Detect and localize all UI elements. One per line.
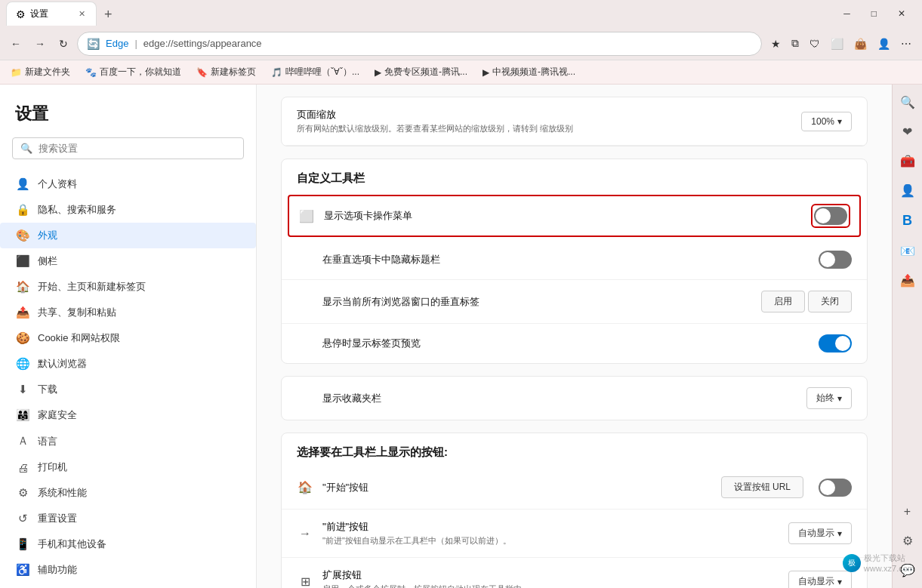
profile-nav-icon: 👤 xyxy=(15,177,30,191)
settings-tab[interactable]: ⚙ 设置 ✕ xyxy=(6,2,97,26)
appearance-nav-icon: 🎨 xyxy=(15,229,30,242)
tab-actions-icon: ⬜ xyxy=(298,209,315,223)
refresh-button[interactable]: ↻ xyxy=(54,33,72,54)
sidebar-item-start[interactable]: 🏠 开始、主页和新建标签页 xyxy=(0,274,256,300)
right-search-icon[interactable]: 🔍 xyxy=(896,91,920,114)
enable-button[interactable]: 启用 xyxy=(761,291,805,312)
zoom-link[interactable]: 缩放级别 xyxy=(540,124,573,133)
right-settings-icon[interactable]: ⚙ xyxy=(898,529,917,553)
accessibility-nav-icon: ♿ xyxy=(15,563,30,577)
window-controls: ─ □ ✕ xyxy=(833,0,916,27)
content-inner: 页面缩放 所有网站的默认缩放级别。若要查看某些网站的缩放级别，请转到 缩放级别 … xyxy=(257,85,892,588)
right-bing-icon[interactable]: B xyxy=(898,208,917,233)
fav-item-tencent2[interactable]: ▶ 中视频频道-腾讯视... xyxy=(478,64,580,80)
vertical-tabs-buttons: 启用 关闭 xyxy=(761,291,852,312)
extensions-btn-label: 扩展按钮 xyxy=(322,568,779,582)
tab-icon: ⚙ xyxy=(16,8,26,20)
minimize-button[interactable]: ─ xyxy=(833,0,861,27)
extensions-btn-select[interactable]: 自动显示 ▾ xyxy=(788,571,852,588)
sidebar-item-cookies[interactable]: 🍪 Cookie 和网站权限 xyxy=(0,325,256,351)
new-tab-button[interactable]: + xyxy=(98,4,119,26)
zoom-select[interactable]: 100% ▾ xyxy=(801,112,852,131)
favorites-bar: 📁 新建文件夹 🐾 百度一下，你就知道 🔖 新建标签页 🎵 哔哩哔哩（ˇ∀ˇ）.… xyxy=(0,60,922,85)
privacy-nav-icon: 🔒 xyxy=(15,203,30,217)
sidebar-item-about[interactable]: 🔄 关于 Microsoft Edge xyxy=(0,583,256,588)
search-box[interactable]: 🔍 xyxy=(12,137,244,159)
forward-btn-content: "前进"按钮 "前进"按钮自动显示在工具栏中（如果可以前进）。 xyxy=(322,520,779,546)
fav-bar-value: 始终 xyxy=(816,392,834,405)
bilibili-icon: 🎵 xyxy=(271,67,282,78)
hide-title-toggle[interactable] xyxy=(819,251,852,269)
language-nav-icon: Ａ xyxy=(15,434,30,448)
tencent1-icon: ▶ xyxy=(375,67,381,78)
right-share-icon[interactable]: 📤 xyxy=(896,269,920,292)
close-button-row[interactable]: 关闭 xyxy=(808,291,852,312)
sidebar-item-sidebar[interactable]: ⬛ 侧栏 xyxy=(0,248,256,274)
forward-button[interactable]: → xyxy=(30,33,50,54)
close-button[interactable]: ✕ xyxy=(887,0,916,27)
split-screen-button[interactable]: ⬜ xyxy=(826,33,848,54)
toolbar-buttons-title: 选择要在工具栏上显示的按钮: xyxy=(282,433,867,466)
fav-bar-select[interactable]: 始终 ▾ xyxy=(806,387,852,409)
tab-preview-toggle[interactable] xyxy=(819,334,852,352)
fav-item-newtab[interactable]: 🔖 新建标签页 xyxy=(192,64,261,80)
sidebar-item-profile[interactable]: 👤 个人资料 xyxy=(0,171,256,197)
set-url-button[interactable]: 设置按钮 URL xyxy=(721,476,803,498)
fav-item-folder[interactable]: 📁 新建文件夹 xyxy=(6,64,75,80)
fav-item-bilibili[interactable]: 🎵 哔哩哔哩（ˇ∀ˇ）... xyxy=(267,64,364,80)
sidebar-item-language[interactable]: Ａ 语言 xyxy=(0,428,256,454)
address-separator: | xyxy=(134,38,137,49)
right-tools-icon[interactable]: 🧰 xyxy=(896,149,920,173)
right-add-icon[interactable]: + xyxy=(899,500,915,523)
fav-item-tencent1[interactable]: ▶ 免费专区频道-腾讯... xyxy=(370,64,472,80)
address-brand: Edge xyxy=(106,38,128,49)
sidebar-item-downloads[interactable]: ⬇ 下载 xyxy=(0,377,256,402)
printer-nav-icon: 🖨 xyxy=(15,461,30,474)
main-layout: 设置 🔍 👤 个人资料 🔒 隐私、搜索和服务 🎨 外观 ⬛ 侧栏 🏠 开始、主页… xyxy=(0,85,922,588)
sidebar-item-reset[interactable]: ↺ 重置设置 xyxy=(0,506,256,531)
extensions-btn-icon: ⊞ xyxy=(297,574,313,588)
sidebar-item-family[interactable]: 👨‍👩‍👧 家庭安全 xyxy=(0,402,256,428)
sidebar-item-privacy[interactable]: 🔒 隐私、搜索和服务 xyxy=(0,197,256,223)
share-nav-icon: 📤 xyxy=(15,306,30,319)
more-button[interactable]: ⋯ xyxy=(896,33,916,54)
sidebar-item-appearance[interactable]: 🎨 外观 xyxy=(0,223,256,248)
toolbar-buttons-section: 选择要在工具栏上显示的按钮: 🏠 "开始"按钮 设置按钮 URL → "前进"按… xyxy=(281,433,868,588)
favorites-button[interactable]: ★ xyxy=(766,33,785,54)
tab-actions-toggle[interactable] xyxy=(814,207,847,225)
sidebar-title: 设置 xyxy=(0,85,256,137)
tab-close-button[interactable]: ✕ xyxy=(77,8,87,20)
sidebar-item-printer[interactable]: 🖨 打印机 xyxy=(0,454,256,480)
search-input[interactable] xyxy=(39,143,236,154)
sidebar-item-system[interactable]: ⚙ 系统和性能 xyxy=(0,480,256,506)
zoom-title: 页面缩放 xyxy=(297,108,801,122)
profile-button[interactable]: 👤 xyxy=(873,33,895,54)
address-bar[interactable]: 🔄 Edge | edge://settings/appearance xyxy=(77,32,762,56)
browser-essentials-button[interactable]: 🛡 xyxy=(805,33,825,54)
forward-btn-select[interactable]: 自动显示 ▾ xyxy=(788,522,852,544)
extensions-dropdown-icon: ▾ xyxy=(837,577,842,587)
tab-actions-menu-row: ⬜ 显示选项卡操作菜单 xyxy=(288,195,861,237)
start-btn-toggle[interactable] xyxy=(819,479,852,497)
right-outlook-icon[interactable]: 📧 xyxy=(896,239,920,263)
collections-button[interactable]: ⧉ xyxy=(787,32,803,54)
fav-label: 百度一下，你就知道 xyxy=(100,66,181,79)
sidebar-item-mobile[interactable]: 📱 手机和其他设备 xyxy=(0,531,256,557)
right-favorites-icon[interactable]: ❤ xyxy=(898,120,917,143)
extensions-btn-content: 扩展按钮 启用一个或多个扩展时，扩展按钮自动出现在工具栏中。 xyxy=(322,568,779,588)
right-profile-icon[interactable]: 👤 xyxy=(896,179,920,202)
sidebar-item-default-browser[interactable]: 🌐 默认浏览器 xyxy=(0,351,256,377)
forward-btn-icon: → xyxy=(297,527,313,540)
back-button[interactable]: ← xyxy=(6,33,26,54)
fav-item-baidu[interactable]: 🐾 百度一下，你就知道 xyxy=(81,64,186,80)
system-nav-icon: ⚙ xyxy=(15,486,30,500)
watermark-text: 极光下载站www.xz7.com xyxy=(864,553,914,573)
maximize-button[interactable]: □ xyxy=(861,0,887,27)
mobile-nav-icon: 📱 xyxy=(15,537,30,551)
tab-area: ⚙ 设置 ✕ + xyxy=(6,2,119,26)
sidebar-item-accessibility[interactable]: ♿ 辅助功能 xyxy=(0,557,256,583)
sidebar-item-share[interactable]: 📤 共享、复制和粘贴 xyxy=(0,300,256,325)
workspaces-button[interactable]: 👜 xyxy=(850,33,871,54)
tab-actions-toggle-wrapper xyxy=(811,204,850,228)
forward-btn-value: 自动显示 xyxy=(798,527,834,540)
